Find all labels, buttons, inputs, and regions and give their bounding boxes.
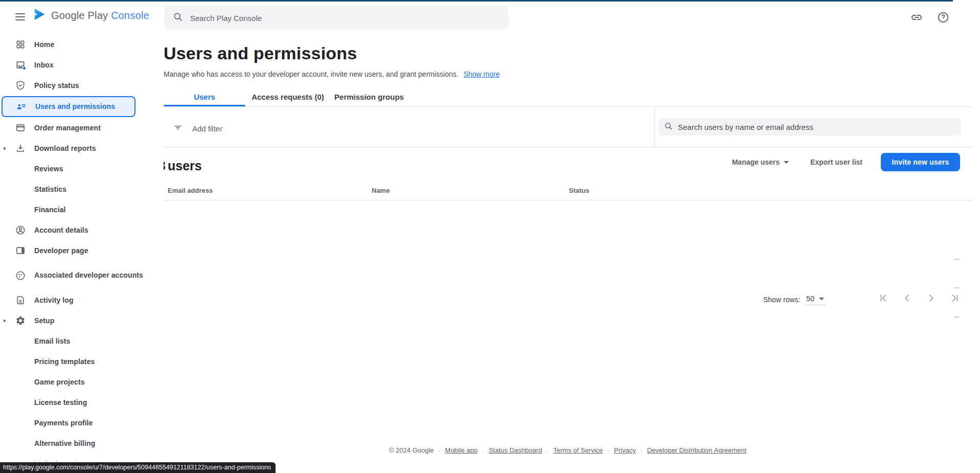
sidebar-item-financial[interactable]: Financial [0, 199, 164, 220]
tab-users[interactable]: Users [164, 87, 245, 107]
filter-icon [173, 122, 183, 134]
sidebar-item-activity-log[interactable]: Activity log [0, 290, 164, 310]
unread-badge-dot [22, 66, 26, 70]
search-icon [664, 122, 673, 132]
help-icon[interactable] [937, 11, 949, 24]
account-icon [15, 225, 26, 235]
google-play-console-logo[interactable]: Google PlayConsole [33, 8, 149, 23]
footer-link-developer-distribution-agreement[interactable]: Developer Distribution Agreement [647, 446, 746, 454]
link-icon[interactable] [910, 11, 923, 24]
play-triangle-icon [33, 8, 46, 23]
clipped-count-digit: 3 [164, 159, 168, 173]
sidebar-item-label: Statistics [34, 185, 155, 194]
logo-text: Google PlayConsole [51, 10, 149, 21]
column-header-email-address: Email address [168, 187, 213, 194]
add-filter-button[interactable]: Add filter [168, 119, 227, 138]
sidebar-item-email-lists[interactable]: Email lists [0, 331, 164, 351]
footer-link-terms-of-service[interactable]: Terms of Service [553, 446, 603, 454]
document-icon [15, 295, 26, 305]
next-page-icon[interactable] [925, 292, 937, 304]
footer-link-privacy[interactable]: Privacy [614, 446, 636, 454]
sidebar-item-label: Policy status [34, 81, 155, 91]
associated-accounts-icon [15, 271, 26, 281]
chevron-down-icon[interactable]: ▾ [3, 146, 6, 151]
search-icon [173, 12, 183, 24]
copyright-text: © 2024 Google [389, 446, 434, 454]
top-app-bar: Google PlayConsole Search Play Console [0, 2, 980, 34]
grid-icon [15, 39, 26, 50]
sidebar-item-label: Game projects [34, 377, 155, 387]
sidebar-item-label: Activity log [34, 296, 155, 305]
sidebar-item-users-and-permissions[interactable]: Users and permissions [2, 96, 135, 117]
card-icon [15, 123, 26, 133]
footer-separator: · [482, 447, 484, 454]
sidebar-item-label: Setup [34, 316, 155, 326]
sidebar-item-label: Pricing templates [34, 357, 155, 367]
sidebar-item-associated-developer-accounts[interactable]: Associated developer accounts [0, 261, 164, 290]
user-search-placeholder: Search users by name or email address [678, 123, 813, 131]
users-count-heading: 3 users [164, 159, 202, 173]
last-page-icon[interactable] [949, 292, 960, 304]
column-header-name: Name [372, 187, 390, 194]
sidebar-item-alternative-billing[interactable]: Alternative billing [0, 433, 164, 454]
tab-label: Permission groups [334, 93, 404, 101]
page-footer: © 2024 Google ·Mobile app·Status Dashboa… [164, 446, 972, 454]
previous-page-icon[interactable] [902, 292, 913, 304]
export-user-list-button[interactable]: Export user list [807, 154, 865, 170]
sidebar-item-setup[interactable]: ▾Setup [0, 310, 164, 331]
invite-new-users-button[interactable]: Invite new users [881, 153, 960, 171]
sidebar-item-order-management[interactable]: Order management [0, 118, 164, 138]
page-title: Users and permissions [164, 43, 357, 63]
sidebar-item-label: Order management [34, 123, 155, 133]
sidebar-item-game-projects[interactable]: Game projects [0, 372, 164, 392]
clipped-cell-dash [954, 259, 960, 260]
footer-link-status-dashboard[interactable]: Status Dashboard [489, 446, 542, 454]
tab-label: Users [194, 93, 215, 101]
sidebar-item-statistics[interactable]: Statistics [0, 179, 164, 199]
users-table-header: Email addressNameStatus [164, 181, 972, 200]
users-icon [16, 102, 27, 112]
sidebar-item-reviews[interactable]: Reviews [0, 159, 164, 179]
sidebar-item-download-reports[interactable]: ▾Download reports [0, 138, 164, 159]
rows-per-page-select[interactable]: 50 [805, 294, 825, 305]
filter-toolbar: Add filter Search users by name or email… [164, 107, 972, 147]
sidebar-item-label: Home [34, 40, 155, 50]
tab-access-requests-0[interactable]: Access requests (0) [249, 87, 326, 107]
shield-check-icon [15, 80, 26, 91]
sidebar-item-pricing-templates[interactable]: Pricing templates [0, 351, 164, 372]
gear-icon [15, 316, 26, 326]
menu-icon[interactable] [15, 13, 25, 20]
first-page-icon[interactable] [878, 292, 890, 304]
tab-bar: UsersAccess requests (0)Permission group… [164, 87, 405, 107]
sidebar-item-label: Inbox [34, 60, 155, 70]
manage-users-dropdown[interactable]: Manage users [729, 154, 792, 170]
user-search-input[interactable]: Search users by name or email address [658, 118, 961, 136]
chevron-down-icon [784, 161, 789, 164]
column-header-status: Status [569, 187, 589, 194]
chevron-down-icon[interactable]: ▾ [3, 318, 6, 324]
footer-separator: · [641, 447, 643, 454]
sidebar-item-label: Account details [34, 226, 155, 235]
sidebar-item-label: Users and permissions [35, 102, 126, 111]
show-more-link[interactable]: Show more [464, 70, 500, 78]
sidebar-item-inbox[interactable]: Inbox [0, 55, 164, 75]
sidebar-item-developer-page[interactable]: Developer page [0, 240, 164, 261]
sidebar-item-payments-profile[interactable]: Payments profile [0, 413, 164, 433]
console-search-input[interactable]: Search Play Console [165, 6, 508, 30]
pagination-bar: Show rows: 50 [164, 287, 972, 313]
show-rows-label: Show rows: [763, 296, 800, 304]
footer-separator: · [439, 447, 441, 454]
footer-link-mobile-app[interactable]: Mobile app [445, 446, 478, 454]
tab-label: Access requests (0) [252, 93, 324, 101]
sidebar-item-policy-status[interactable]: Policy status [0, 75, 164, 96]
sidebar-item-account-details[interactable]: Account details [0, 220, 164, 240]
sidebar-item-label: Associated developer accounts [34, 271, 155, 280]
sidebar-item-home[interactable]: Home [0, 34, 164, 55]
sidebar-item-license-testing[interactable]: License testing [0, 392, 164, 413]
toolbar-divider [654, 107, 655, 147]
clipped-cell-dash [954, 317, 960, 318]
sidebar-item-label: Download reports [34, 144, 155, 153]
tab-permission-groups[interactable]: Permission groups [333, 87, 405, 107]
add-filter-label: Add filter [192, 124, 222, 133]
sidebar-item-label: Email lists [34, 336, 155, 346]
